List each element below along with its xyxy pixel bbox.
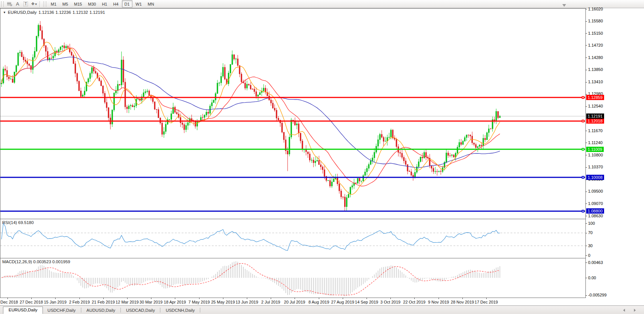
axis-tick bbox=[585, 246, 587, 246]
axis-tick bbox=[585, 155, 587, 155]
ohlc-close: 1.12191 bbox=[89, 10, 105, 15]
time-axis-label: 20 Jul 2019 bbox=[284, 300, 305, 304]
timeframe-button-MN[interactable]: MN bbox=[145, 0, 157, 7]
axis-tick bbox=[585, 203, 587, 204]
time-axis-label: 17 Dec 2019 bbox=[475, 300, 498, 304]
macd-tick-label: 0.00 bbox=[588, 276, 596, 280]
timeframe-button-H4[interactable]: H4 bbox=[110, 0, 121, 7]
level-price-badge: 1.11009 bbox=[586, 147, 604, 152]
timeframe-button-M30[interactable]: M30 bbox=[85, 0, 98, 7]
timeframe-button-W1[interactable]: W1 bbox=[133, 0, 145, 7]
chart-title: ▼ EURUSD,Daily 1.12136 1.12236 1.12132 1… bbox=[3, 10, 105, 15]
price-tick-label: 1.09500 bbox=[588, 189, 603, 193]
time-axis-tick bbox=[271, 298, 271, 299]
price-tick-label: 1.15150 bbox=[588, 31, 603, 35]
rsi-tick-label: 30 bbox=[588, 243, 593, 248]
toolbar-drag-handle[interactable] bbox=[44, 1, 46, 7]
price-tick-label: 1.10370 bbox=[588, 165, 603, 169]
axis-tick bbox=[585, 106, 587, 107]
rsi-panel[interactable] bbox=[0, 219, 586, 258]
time-axis-tick bbox=[247, 298, 247, 299]
chart-tab-usdcad[interactable]: USDCAD,Daily bbox=[122, 307, 159, 314]
fibonacci-tool-button[interactable]: F bbox=[6, 1, 13, 7]
price-tick-label: 1.10800 bbox=[588, 153, 603, 157]
time-axis-label: 8 Aug 2019 bbox=[308, 300, 329, 304]
scroll-to-end-marker[interactable] bbox=[562, 4, 566, 7]
macd-indicator-label: MACD(12,26,9) 0.003523 0.001959 bbox=[2, 259, 70, 264]
axis-tick bbox=[585, 45, 587, 46]
time-axis-label: 22 Oct 2019 bbox=[403, 300, 425, 304]
axis-tick bbox=[585, 278, 587, 278]
time-axis-tick bbox=[390, 298, 391, 299]
axis-tick bbox=[585, 295, 587, 296]
time-axis-tick bbox=[414, 298, 415, 299]
axis-tick bbox=[585, 255, 587, 256]
arrows-tool-button[interactable]: ❖ ▾ bbox=[30, 1, 38, 7]
axis-tick bbox=[585, 223, 587, 224]
time-axis-tick bbox=[319, 298, 319, 299]
time-axis-label: 14 Sep 2019 bbox=[355, 300, 378, 304]
symbol-period-label: EURUSD,Daily bbox=[8, 10, 37, 15]
chart-tab-usdcnh[interactable]: USDCNH,Daily bbox=[161, 307, 199, 314]
price-tick-label: 1.08630 bbox=[588, 214, 603, 218]
time-axis-tick bbox=[151, 298, 151, 299]
macd-tick-label: 0.00463 bbox=[588, 260, 603, 265]
time-axis-tick bbox=[367, 298, 367, 299]
axis-tick bbox=[585, 9, 587, 9]
price-tick-label: 1.14720 bbox=[588, 43, 603, 47]
scroll-tabs-right-icon[interactable] bbox=[634, 309, 636, 312]
toolbar-drag-handle[interactable] bbox=[1, 1, 4, 7]
axis-tick bbox=[585, 33, 587, 34]
fibonacci-icon: F bbox=[7, 2, 12, 6]
macd-tick-label: -0.005299 bbox=[588, 293, 607, 297]
time-axis-label: 25 May 2019 bbox=[211, 300, 235, 304]
time-axis-label: 13 Jun 2019 bbox=[236, 300, 258, 304]
time-axis-label: 8 Dec 2018 bbox=[0, 300, 18, 304]
scroll-tabs-left-icon[interactable] bbox=[623, 309, 625, 312]
label-tool-button[interactable]: T bbox=[22, 1, 29, 7]
ohlc-low: 1.12132 bbox=[72, 10, 88, 15]
axis-tick bbox=[585, 143, 587, 143]
time-axis-label: 2 Jul 2019 bbox=[261, 300, 280, 304]
time-axis-label: 21 Feb 2019 bbox=[92, 300, 115, 304]
time-axis-label: 27 Aug 2019 bbox=[331, 300, 354, 304]
axis-tick bbox=[585, 70, 587, 70]
time-axis-label: 12 Mar 2019 bbox=[116, 300, 139, 304]
chart-tab-audusd[interactable]: AUDUSD,Daily bbox=[82, 307, 120, 314]
price-tick-label: 1.16020 bbox=[588, 7, 603, 11]
collapse-triangle-icon[interactable]: ▼ bbox=[3, 11, 6, 14]
price-tick-label: 1.15580 bbox=[588, 19, 603, 23]
time-axis-tick bbox=[7, 298, 8, 299]
price-tick-label: 1.14280 bbox=[588, 55, 603, 60]
time-axis-tick bbox=[199, 298, 200, 299]
ohlc-high: 1.12236 bbox=[56, 10, 71, 15]
toolbar: F A T ❖ ▾ M1M5M15M30H1H4D1W1MN bbox=[0, 0, 644, 8]
time-axis-tick bbox=[127, 298, 128, 299]
timeframe-button-M15[interactable]: M15 bbox=[72, 0, 85, 7]
current-price-badge: 1.12191 bbox=[586, 114, 604, 119]
time-axis-tick bbox=[79, 298, 80, 299]
time-axis-label: 28 Nov 2019 bbox=[451, 300, 474, 304]
macd-panel[interactable] bbox=[0, 258, 586, 298]
time-axis-tick bbox=[486, 298, 487, 299]
level-price-badge: 1.10008 bbox=[586, 175, 604, 180]
level-price-badge: 1.12859 bbox=[586, 95, 604, 100]
chevron-down-icon: ▾ bbox=[35, 2, 37, 6]
timeframe-button-H1[interactable]: H1 bbox=[99, 0, 110, 7]
price-chart-panel[interactable] bbox=[0, 8, 586, 219]
chart-tab-usdchf[interactable]: USDCHF,Daily bbox=[43, 307, 80, 314]
text-tool-button[interactable]: A bbox=[14, 1, 21, 7]
price-tick-label: 1.11670 bbox=[588, 128, 603, 133]
chart-tab-eurusd[interactable]: EURUSD,Daily bbox=[3, 307, 43, 314]
axis-tick bbox=[585, 233, 587, 233]
timeframe-button-M5[interactable]: M5 bbox=[60, 0, 70, 7]
timeframe-button-D1[interactable]: D1 bbox=[122, 0, 132, 7]
time-axis-label: 3 Oct 2019 bbox=[380, 300, 400, 304]
ohlc-open: 1.12136 bbox=[38, 10, 54, 15]
axis-tick bbox=[585, 216, 587, 216]
price-tick-label: 1.12540 bbox=[588, 104, 603, 108]
time-axis-label: 27 Dec 2018 bbox=[20, 300, 43, 304]
time-axis-label: 15 Jan 2019 bbox=[44, 300, 67, 304]
rsi-tick-label: 100 bbox=[588, 221, 595, 226]
timeframe-button-M1[interactable]: M1 bbox=[48, 0, 59, 7]
